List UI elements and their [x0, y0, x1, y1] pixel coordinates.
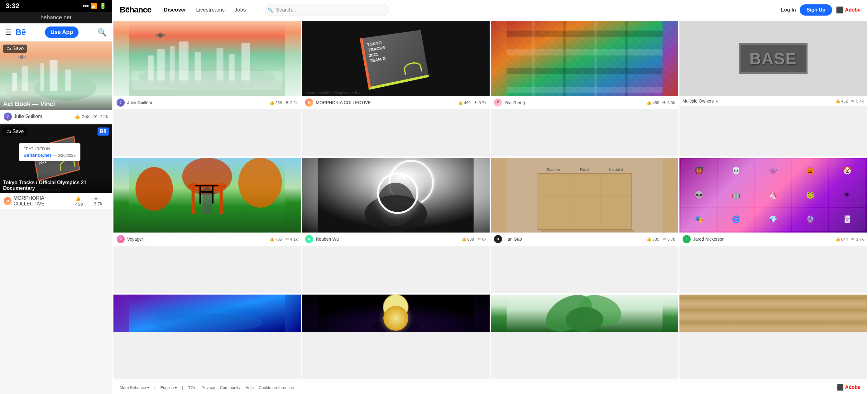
battery-icon: 🔋	[99, 2, 106, 9]
save-icon-2: 🗂	[6, 129, 11, 134]
nft-cell-8: 🦄	[755, 183, 791, 207]
login-button[interactable]: Log In	[781, 7, 796, 13]
nft-cell-9: 🐸	[792, 183, 829, 207]
avatar-yiyi: Y	[494, 98, 502, 107]
author-multiple-owners[interactable]: Multiple Owners ▾	[683, 98, 718, 103]
views-tokyo: 👁 3.7k	[474, 100, 487, 105]
card-tokyo[interactable]: TOKYOTRACKS2021TEAM D horia x Team D x M…	[302, 21, 489, 156]
svg-rect-41	[189, 184, 226, 188]
card-phantom[interactable]: R Reuben Wu 👍 838 👁 6k	[302, 158, 489, 293]
card-footer-nft: J Jared Nickerson 👍 644 👁 3.7k	[679, 233, 867, 246]
stats-base: 👍 452 👁 5.4k	[835, 99, 864, 103]
author-reuben[interactable]: Reuben Wu	[316, 237, 339, 242]
mobile-card-tokyo[interactable]: TOKYOTRACKS2021 M ia x Team D x Morphori…	[0, 124, 112, 209]
card-footer-packaging: H Han Gao 👍 735 👁 6.7k	[491, 233, 678, 246]
card-shrine[interactable]: V Voyager . 👍 735 👁 4.1k	[114, 158, 301, 293]
eye-icon-4: 👁	[851, 99, 855, 103]
wood-art	[679, 295, 867, 332]
nft-cell-4: 🎃	[792, 159, 829, 183]
author-julie[interactable]: Julie Guillem	[127, 100, 152, 105]
mobile-stats-1: 👍 258 👁 2.2k	[74, 114, 108, 119]
behance-logo[interactable]: Bēhance	[120, 5, 151, 14]
card-author-tokyo: M MORPHORIA COLLECTIVE	[305, 98, 371, 107]
thumb-icon-7: 👍	[646, 237, 651, 242]
language-selector[interactable]: English ▾	[160, 385, 177, 390]
nft-cell-1: 👹	[681, 159, 717, 183]
footer-links: More Behance ▾ | English ▾ | TOU Privacy…	[120, 385, 294, 390]
hamburger-icon[interactable]: ☰	[5, 28, 12, 37]
card-image-packaging: Essence Facial Specialist	[491, 158, 678, 233]
card-wood[interactable]	[679, 295, 867, 380]
eye-icon-8: 👁	[851, 237, 855, 242]
svg-rect-4	[40, 63, 44, 91]
card-footer-vinci: J Julie Guillem 👍 258 👁 2.2k	[114, 96, 301, 109]
card-image-shrine	[114, 158, 301, 233]
card-vinci[interactable]: J Julie Guillem 👍 258 👁 2.2k	[114, 21, 301, 156]
more-behance-link[interactable]: More Behance ▾	[120, 385, 149, 390]
dropdown-arrow-icon: ▾	[716, 99, 718, 103]
mobile-search-icon[interactable]: 🔍	[98, 28, 107, 37]
author-yiyi[interactable]: Yiyi Zheng	[505, 100, 525, 105]
nav-jobs[interactable]: Jobs	[230, 4, 251, 16]
mobile-card-vinci[interactable]: Act Book — Vinci 🗂 Save J Julie Guillem …	[0, 41, 112, 123]
nav-livestreams[interactable]: Livestreams	[191, 4, 230, 16]
use-app-button[interactable]: Use App	[45, 27, 79, 38]
svg-point-36	[135, 167, 173, 211]
signup-button[interactable]: Sign Up	[800, 4, 832, 16]
svg-point-9	[18, 56, 20, 58]
card-chinese[interactable]: Y Yiyi Zheng 👍 458 👁 3.3k	[491, 21, 678, 156]
nav-discover[interactable]: Discover	[159, 4, 191, 16]
thumb-icon-3: 👍	[646, 100, 651, 105]
adobe-label: Adobe	[845, 7, 861, 13]
svg-rect-51	[538, 173, 631, 230]
svg-rect-6	[65, 69, 71, 91]
cookie-link[interactable]: Cookie preferences	[259, 385, 294, 390]
eye-icon: 👁	[285, 100, 289, 105]
signal-icon: ▪▪▪	[83, 3, 89, 9]
svg-rect-34	[625, 21, 628, 96]
avatar-reuben: R	[305, 235, 313, 243]
featured-link[interactable]: Behance.net	[23, 152, 51, 158]
mobile-card-save-1[interactable]: 🗂 Save	[3, 44, 27, 53]
views-packaging: 👁 6.7k	[662, 237, 675, 242]
base-sign: BASE	[739, 43, 807, 74]
svg-rect-28	[506, 49, 662, 56]
nft-cell-3: 👾	[755, 159, 791, 183]
svg-rect-58	[541, 230, 634, 232]
card-footer-shrine: V Voyager . 👍 735 👁 4.1k	[114, 233, 301, 246]
car-art	[114, 295, 301, 332]
avatar-voyager: V	[117, 235, 125, 243]
svg-rect-13	[148, 56, 154, 84]
community-link[interactable]: Community	[220, 385, 240, 390]
mobile-card-save-2[interactable]: 🗂 Save	[3, 127, 27, 135]
search-input[interactable]	[265, 4, 389, 16]
svg-rect-14	[157, 49, 165, 84]
search-container	[265, 4, 767, 16]
mobile-card-author-1: J Julie Guillem	[4, 113, 42, 121]
mobile-card-footer-1: J Julie Guillem 👍 258 👁 2.2k	[0, 110, 112, 123]
eye-icon-7: 👁	[662, 237, 666, 242]
card-car[interactable]	[114, 295, 301, 380]
author-han[interactable]: Han Gao	[505, 237, 522, 242]
author-voyager[interactable]: Voyager .	[127, 237, 146, 242]
thumb-icon-4: 👍	[835, 99, 840, 103]
card-base[interactable]: BASE Multiple Owners ▾ 👍 452 👁	[679, 21, 867, 156]
search-wrap	[265, 4, 389, 16]
card-packaging[interactable]: Essence Facial Specialist H Han Gao 👍	[491, 158, 678, 293]
card-moon[interactable]	[302, 295, 489, 380]
tou-link[interactable]: TOU	[188, 385, 197, 390]
card-image-car	[114, 295, 301, 332]
svg-point-68	[566, 307, 603, 332]
stats-chinese: 👍 458 👁 3.3k	[646, 100, 675, 105]
help-link[interactable]: Help	[245, 385, 254, 390]
nft-cell-12: 🌀	[718, 208, 754, 231]
author-jared[interactable]: Jared Nickerson	[693, 237, 725, 242]
privacy-link[interactable]: Privacy	[202, 385, 215, 390]
nft-cell-15: 🃏	[829, 208, 866, 231]
eye-icon-5: 👁	[285, 237, 289, 242]
svg-rect-21	[129, 81, 285, 96]
card-plant[interactable]	[491, 295, 678, 380]
author-morphoria[interactable]: MORPHORIA COLLECTIVE	[316, 100, 371, 105]
card-nft[interactable]: 👹 💀 👾 🎃 🤡 👽 🤖 🦄 🐸 👁 🎭 🌀 💎 🔮 🃏	[679, 158, 867, 293]
card-footer-chinese: Y Yiyi Zheng 👍 458 👁 3.3k	[491, 96, 678, 109]
